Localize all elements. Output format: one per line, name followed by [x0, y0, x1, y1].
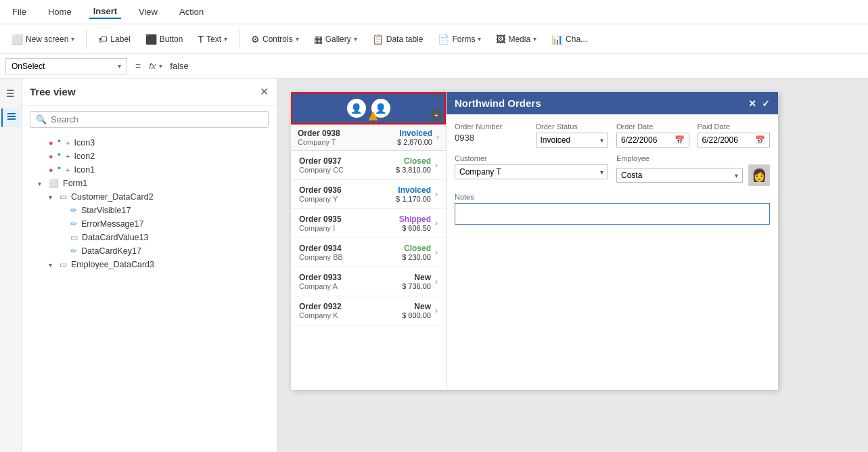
- icon2-label: Icon2: [74, 152, 95, 161]
- icon1-dot1: ●: [49, 166, 53, 174]
- toolbar-divider-2: [239, 30, 239, 49]
- sidebar-icon-strip: ☰: [0, 78, 22, 452]
- notes-group: Notes: [455, 193, 770, 225]
- button-button[interactable]: ⬛ Button: [139, 30, 189, 48]
- order-status-chevron: ▾: [600, 137, 603, 144]
- order-date-calendar-icon: 📅: [675, 135, 685, 145]
- order-0935-row[interactable]: Order 0935 Company I Shipped $ 606.50 ›: [291, 209, 446, 238]
- search-box[interactable]: 🔍: [30, 111, 269, 128]
- errormessage17-label: ErrorMessage17: [81, 219, 143, 229]
- media-button[interactable]: 🖼 Media ▾: [490, 30, 543, 48]
- detail-title: Northwind Orders: [455, 97, 541, 109]
- tree-content: ● ● + Icon3 ● ● + Icon2: [22, 133, 277, 452]
- controls-button[interactable]: ⚙ Controls ▾: [245, 30, 305, 48]
- order-0937-row[interactable]: Order 0937 Company CC Closed $ 3,810.00 …: [291, 151, 446, 180]
- employee-select[interactable]: Costa ▾: [616, 168, 743, 183]
- tree-item-icon2[interactable]: ● ● + Icon2: [22, 150, 277, 163]
- formula-equals: =: [133, 61, 143, 72]
- order-date-value: 6/22/2006: [621, 135, 657, 145]
- icon3-label: Icon3: [74, 138, 95, 148]
- datacardkey17-icon: ✏: [70, 246, 77, 256]
- datacardvalue13-icon: ▭: [70, 233, 78, 242]
- menu-home[interactable]: Home: [44, 5, 76, 18]
- employee-row: Costa ▾ 👩: [616, 164, 770, 186]
- order-0933-row[interactable]: Order 0933 Company A New $ 736.00 ›: [291, 267, 446, 296]
- media-icon: 🖼: [496, 34, 505, 45]
- text-label: Text: [206, 35, 221, 44]
- chart-button[interactable]: 📊 Cha...: [545, 30, 593, 48]
- paid-date-input[interactable]: 6/22/2006 📅: [698, 133, 771, 148]
- person-icon-1: 👤: [347, 99, 366, 118]
- layers-icon-btn[interactable]: [1, 108, 20, 127]
- order-0934-row[interactable]: Order 0934 Company BB Closed $ 230.00 ›: [291, 238, 446, 267]
- data-table-button[interactable]: 📋 Data table: [366, 30, 430, 48]
- check-header-button[interactable]: ✓: [762, 98, 770, 109]
- order-0938-amount: $ 2,870.00: [397, 138, 432, 146]
- gallery-button[interactable]: ▦ Gallery ▾: [308, 30, 363, 48]
- order-date-input[interactable]: 6/22/2006 📅: [616, 133, 689, 148]
- employee-group: Employee Costa ▾ 👩: [616, 154, 770, 186]
- hamburger-icon-btn[interactable]: ☰: [1, 84, 20, 103]
- employee-label: Employee: [616, 154, 770, 162]
- order-0938-arrow: ›: [436, 133, 439, 142]
- order-status-select[interactable]: Invoiced ▾: [536, 133, 609, 148]
- detail-header: Northwind Orders ✕ ✓: [447, 92, 778, 114]
- tree-close-button[interactable]: ✕: [260, 85, 269, 98]
- tree-item-errormessage17[interactable]: ✏ ErrorMessage17: [22, 217, 277, 231]
- datacardkey17-label: DataCardKey17: [81, 246, 141, 256]
- tree-item-starvisible17[interactable]: ✏ StarVisible17: [22, 204, 277, 217]
- starvisible17-icon: ✏: [70, 206, 77, 215]
- order-0938-company: Company T: [298, 138, 397, 146]
- button-label: Button: [160, 35, 183, 44]
- main-layout: ☰ Tree view ✕ 🔍: [0, 78, 868, 452]
- menu-file[interactable]: File: [8, 5, 30, 18]
- formula-input[interactable]: [167, 60, 863, 72]
- paid-date-group: Paid Date 6/22/2006 📅: [698, 122, 771, 148]
- detail-body: Order Number 0938 Order Status Invoiced …: [447, 114, 778, 390]
- formula-fx[interactable]: fx ▾: [149, 61, 162, 71]
- tree-item-customer-datacard2[interactable]: ▾ ▭ Customer_DataCard2: [22, 190, 277, 204]
- tree-item-datacardkey17[interactable]: ✏ DataCardKey17: [22, 244, 277, 258]
- icon1-label: Icon1: [74, 165, 95, 175]
- close-header-button[interactable]: ✕: [748, 98, 756, 109]
- tree-item-icon3[interactable]: ● ● + Icon3: [22, 136, 277, 150]
- order-0936-row[interactable]: Order 0936 Company Y Invoiced $ 1,170.00…: [291, 180, 446, 209]
- icon1-plus: +: [66, 166, 70, 174]
- tree-item-icon1[interactable]: ● ● + Icon1: [22, 163, 277, 177]
- notes-input[interactable]: [455, 203, 770, 225]
- menu-insert[interactable]: Insert: [89, 5, 121, 19]
- controls-label: Controls: [262, 35, 293, 44]
- icon2-plus: +: [66, 152, 70, 160]
- tree-title: Tree view: [30, 86, 76, 97]
- add-icon: +: [431, 110, 442, 120]
- tree-item-form1[interactable]: ▾ ⬜ Form1: [22, 177, 277, 190]
- text-button[interactable]: T Text ▾: [191, 30, 233, 48]
- fx-chevron: ▾: [158, 62, 162, 70]
- chart-label: Cha...: [566, 35, 587, 44]
- order-0932-row[interactable]: Order 0932 Company K New $ 800.00 ›: [291, 296, 446, 325]
- menu-action[interactable]: Action: [175, 5, 208, 18]
- customer-select[interactable]: Company T ▾: [455, 164, 608, 179]
- screen-icon: ⬜: [12, 34, 23, 45]
- order-selected-row[interactable]: Order 0938 Company T Invoiced $ 2,870.00…: [291, 125, 446, 151]
- formula-dropdown[interactable]: OnSelect ▾: [5, 58, 127, 74]
- search-input[interactable]: [51, 114, 262, 125]
- new-screen-button[interactable]: ⬜ New screen ▾: [5, 30, 81, 48]
- forms-button[interactable]: 📄 Forms ▾: [432, 30, 487, 48]
- datacard2-icon: ▭: [60, 192, 67, 202]
- formula-bar: OnSelect ▾ = fx ▾: [0, 54, 868, 78]
- order-number-group: Order Number 0938: [455, 122, 528, 148]
- datacardvalue13-label: DataCardValue13: [82, 233, 148, 242]
- tree-item-datacardvalue13[interactable]: ▭ DataCardValue13: [22, 231, 277, 244]
- order-detail-panel: Northwind Orders ✕ ✓ Order Number 0938: [447, 92, 778, 390]
- employee-chevron: ▾: [735, 172, 738, 179]
- datacard3-icon: ▭: [60, 260, 67, 269]
- tree-item-employee-datacard3[interactable]: ▾ ▭ Employee_DataCard3: [22, 258, 277, 271]
- label-button[interactable]: 🏷 Label: [92, 30, 136, 48]
- notes-label: Notes: [455, 193, 770, 201]
- selected-item-preview[interactable]: 👤 👤 +: [291, 92, 446, 125]
- detail-header-actions: ✕ ✓: [748, 98, 770, 109]
- svg-rect-1: [7, 118, 16, 120]
- orders-panel: 👤 👤 + Order 0938 Company T Invoiced $ 2,…: [291, 92, 778, 390]
- menu-view[interactable]: View: [135, 5, 162, 18]
